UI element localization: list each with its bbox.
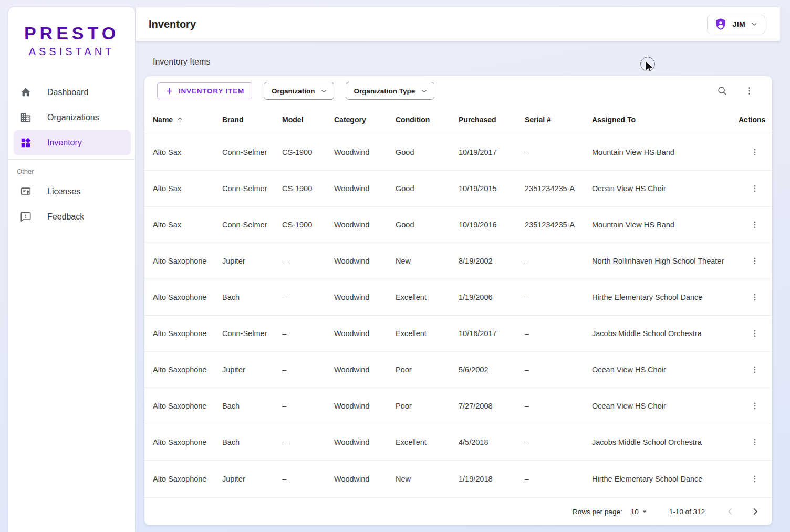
cell-condition: Excellent <box>396 329 459 338</box>
sidebar-item-label: Feedback <box>47 212 84 222</box>
cell-assigned-to: Hirthe Elementary School Dance <box>592 475 739 483</box>
rows-per-page-label: Rows per page: <box>573 508 622 516</box>
cell-model: – <box>282 366 334 374</box>
cell-serial: – <box>525 329 592 338</box>
cell-brand: Bach <box>222 293 282 301</box>
column-header-model[interactable]: Model <box>282 116 334 124</box>
cell-assigned-to: North Rollinhaven High School Theater <box>592 257 739 265</box>
cell-serial: – <box>525 293 592 301</box>
cell-actions <box>739 398 763 414</box>
chevron-down-icon <box>320 87 328 95</box>
kebab-menu-icon <box>750 293 760 302</box>
kebab-menu-icon <box>750 256 760 266</box>
sidebar-item-label: Dashboard <box>47 88 88 97</box>
row-actions-menu-button[interactable] <box>747 217 763 233</box>
column-header-condition[interactable]: Condition <box>396 116 459 124</box>
user-menu-button[interactable]: JIM <box>707 15 765 34</box>
column-header-name[interactable]: Name <box>153 116 222 124</box>
cell-brand: Conn-Selmer <box>222 148 282 157</box>
cell-model: – <box>282 329 334 338</box>
table-options-menu-button[interactable] <box>742 84 756 98</box>
chevron-down-icon <box>750 20 758 28</box>
cell-assigned-to: Ocean View HS Choir <box>592 366 739 374</box>
cell-brand: Jupiter <box>222 366 282 374</box>
cell-purchased: 7/27/2008 <box>459 402 525 410</box>
sidebar-item-inventory[interactable]: Inventory <box>14 130 131 155</box>
row-actions-menu-button[interactable] <box>747 398 763 414</box>
cell-condition: Excellent <box>396 438 459 446</box>
row-actions-menu-button[interactable] <box>747 181 763 196</box>
column-header-brand[interactable]: Brand <box>222 116 282 124</box>
page-title: Inventory <box>149 18 196 30</box>
row-actions-menu-button[interactable] <box>747 471 763 487</box>
kebab-menu-icon <box>750 329 760 338</box>
cell-name: Alto Sax <box>153 148 222 157</box>
cell-category: Woodwind <box>334 148 396 157</box>
cell-purchased: 10/19/2015 <box>459 184 525 193</box>
kebab-menu-icon <box>750 474 760 484</box>
building-icon <box>20 112 32 123</box>
table-row: Alto SaxophoneBach–WoodwindExcellent1/19… <box>144 279 772 316</box>
previous-page-button[interactable] <box>722 503 739 520</box>
sidebar-item-feedback[interactable]: Feedback <box>14 204 131 230</box>
cell-assigned-to: Hirthe Elementary School Dance <box>592 293 739 301</box>
cell-assigned-to: Ocean View HS Choir <box>592 402 739 410</box>
kebab-menu-icon <box>750 365 760 374</box>
logo-text-primary: PRESTO <box>8 23 135 44</box>
user-name: JIM <box>732 20 745 28</box>
kebab-menu-icon <box>750 220 760 230</box>
cell-purchased: 10/19/2016 <box>459 221 525 229</box>
widgets-icon <box>20 137 32 149</box>
cell-actions <box>739 144 763 160</box>
filter-label: Organization Type <box>354 87 415 95</box>
organization-filter-dropdown[interactable]: Organization <box>264 82 335 100</box>
organization-type-filter-dropdown[interactable]: Organization Type <box>346 82 434 100</box>
chevron-right-icon <box>750 506 761 517</box>
cell-condition: New <box>396 475 459 483</box>
column-header-purchased[interactable]: Purchased <box>459 116 525 124</box>
column-header-serial[interactable]: Serial # <box>525 116 592 124</box>
cell-serial: 2351234235-A <box>525 221 592 229</box>
filter-label: Organization <box>272 87 315 95</box>
row-actions-menu-button[interactable] <box>747 253 763 269</box>
table-row: Alto SaxophoneBach–WoodwindExcellent4/5/… <box>144 424 772 461</box>
cell-model: – <box>282 257 334 265</box>
cell-actions <box>739 326 763 341</box>
column-header-category[interactable]: Category <box>334 116 396 124</box>
app-logo: PRESTO ASSISTANT <box>8 7 135 58</box>
logo-text-secondary: ASSISTANT <box>8 46 135 58</box>
row-actions-menu-button[interactable] <box>747 326 763 341</box>
section-title: Inventory Items <box>153 57 210 67</box>
cell-name: Alto Saxophone <box>153 475 222 483</box>
add-button-label: INVENTORY ITEM <box>179 87 244 95</box>
row-actions-menu-button[interactable] <box>747 434 763 450</box>
rows-per-page-select[interactable]: 10 <box>631 507 649 516</box>
cell-model: – <box>282 475 334 483</box>
kebab-menu-icon <box>750 401 760 411</box>
cell-assigned-to: Mountain View HS Band <box>592 148 739 157</box>
cell-assigned-to: Mountain View HS Band <box>592 221 739 229</box>
row-actions-menu-button[interactable] <box>747 289 763 305</box>
chevron-left-icon <box>725 506 735 517</box>
sidebar-item-dashboard[interactable]: Dashboard <box>14 80 131 105</box>
sidebar-item-licenses[interactable]: Licenses <box>14 179 131 204</box>
row-actions-menu-button[interactable] <box>747 144 763 160</box>
cell-condition: Poor <box>396 366 459 374</box>
cell-name: Alto Saxophone <box>153 257 222 265</box>
sidebar-item-organizations[interactable]: Organizations <box>14 105 131 130</box>
cell-brand: Conn-Selmer <box>222 329 282 338</box>
dropdown-arrow-icon <box>640 507 649 516</box>
sidebar-nav: Dashboard Organizations Inventory <box>8 80 135 155</box>
cell-actions <box>739 217 763 233</box>
sidebar: PRESTO ASSISTANT Dashboard Organizations… <box>8 7 135 532</box>
column-header-assigned-to[interactable]: Assigned To <box>592 116 739 124</box>
search-button[interactable] <box>714 83 730 99</box>
cell-model: – <box>282 293 334 301</box>
add-inventory-item-button[interactable]: INVENTORY ITEM <box>157 82 252 99</box>
cell-model: – <box>282 402 334 410</box>
next-page-button[interactable] <box>747 503 764 520</box>
cell-assigned-to: Ocean View HS Choir <box>592 184 739 193</box>
cell-category: Woodwind <box>334 475 396 483</box>
row-actions-menu-button[interactable] <box>747 362 763 378</box>
table-row: Alto SaxophoneJupiter–WoodwindNew8/19/20… <box>144 243 772 279</box>
